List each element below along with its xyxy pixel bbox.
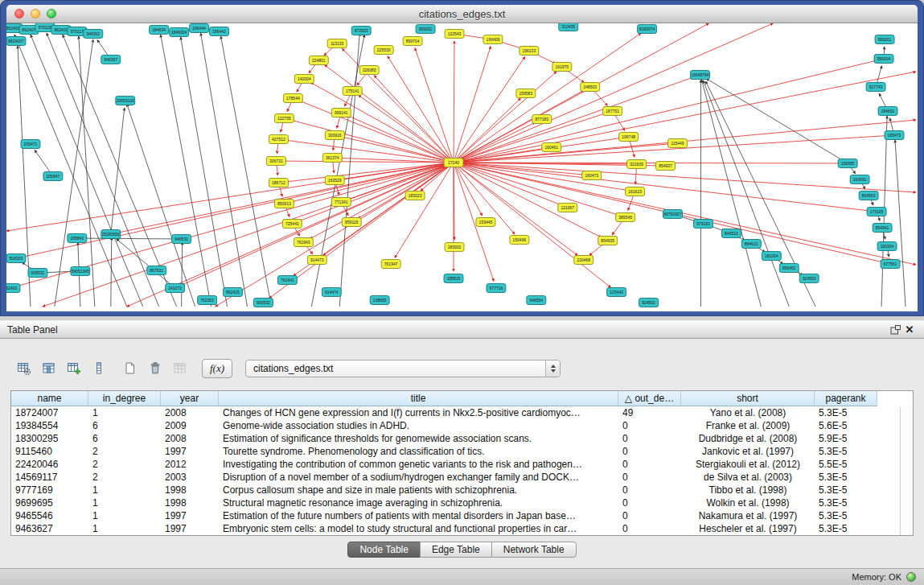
tab-edge-table[interactable]: Edge Table — [420, 542, 492, 558]
graph-node[interactable]: 153445 — [476, 218, 495, 227]
graph-node[interactable]: 150496 — [510, 236, 529, 245]
graph-node[interactable]: 761947 — [381, 260, 400, 269]
close-window-button[interactable] — [14, 9, 24, 19]
column-header-year[interactable]: year — [161, 391, 219, 406]
table-row[interactable]: 977716911998Corpus callosum shape and si… — [11, 484, 913, 496]
graph-node[interactable]: 17240 — [444, 159, 463, 167]
graph-node[interactable]: 122543 — [445, 30, 464, 39]
column-header-out_de[interactable]: △ out_de… — [618, 391, 681, 406]
graph-node[interactable]: 946554 — [527, 296, 546, 305]
graph-node[interactable]: 862403 — [6, 284, 20, 293]
graph-node[interactable]: 8183074 — [638, 25, 657, 34]
graph-node[interactable]: 165473 — [885, 131, 904, 140]
graph-node[interactable]: 113133 — [327, 39, 347, 48]
column-header-name[interactable]: name — [11, 391, 88, 406]
graph-node[interactable]: 178544 — [283, 94, 302, 103]
function-builder-button[interactable]: f(x) — [202, 359, 232, 378]
memory-indicator-icon[interactable] — [906, 572, 916, 582]
graph-node[interactable]: 225530 — [374, 46, 393, 55]
graph-node[interactable]: 869452 — [779, 264, 799, 273]
graph-node[interactable]: 138655 — [370, 296, 389, 305]
graph-node[interactable]: 762363 — [198, 296, 217, 305]
graph-node[interactable]: 66791907 — [663, 210, 683, 219]
graph-node[interactable]: 196442 — [210, 27, 229, 36]
graph-node[interactable]: 142004 — [294, 75, 314, 84]
graph-node[interactable]: 979193 — [693, 220, 713, 229]
graph-node[interactable]: 160461 — [542, 143, 561, 152]
table-mode-icon[interactable] — [13, 359, 35, 378]
graph-node[interactable]: 186712 — [269, 179, 288, 187]
graph-node[interactable]: 106748 — [619, 133, 639, 142]
table-row[interactable]: 1872400712008Changes of HCN gene express… — [11, 406, 913, 419]
graph-node[interactable]: 899704 — [403, 37, 422, 46]
table-row[interactable]: 946554611997Estimation of the future num… — [11, 509, 913, 522]
table-row[interactable]: 2242004622012Investigating the contribut… — [11, 458, 913, 471]
graph-node[interactable]: 184631 — [878, 107, 897, 116]
column-header-pagerank[interactable]: pagerank — [815, 391, 877, 406]
delete-columns-icon[interactable] — [144, 359, 166, 378]
column-header-title[interactable]: title — [219, 391, 618, 406]
graph-node[interactable]: 361374 — [322, 154, 342, 163]
graph-node[interactable]: 854941 — [873, 224, 892, 233]
graph-node[interactable]: 173105 — [867, 208, 886, 216]
graph-node[interactable]: 175141 — [343, 87, 362, 96]
network-view[interactable]: 1131332248011420041785441227554275123067… — [6, 23, 918, 311]
graph-node[interactable]: 900532 — [253, 299, 273, 307]
tab-node-table[interactable]: Node Table — [347, 542, 421, 558]
graph-node[interactable]: 187751 — [603, 107, 622, 116]
graph-node[interactable]: 122755 — [274, 114, 294, 123]
graph-node[interactable]: 161623 — [626, 187, 645, 196]
table-selector-dropdown[interactable]: citations_edges.txt — [245, 360, 561, 377]
graph-node[interactable]: 862415 — [224, 288, 243, 297]
graph-node[interactable]: 946367 — [101, 56, 121, 64]
column-header-short[interactable]: short — [681, 391, 815, 406]
close-panel-icon[interactable]: ✕ — [902, 323, 917, 336]
column-header-in_degree[interactable]: in_degree — [88, 391, 161, 406]
graph-node[interactable]: 166409 — [483, 35, 503, 44]
graph-node[interactable]: 183002 — [445, 243, 464, 252]
graph-node[interactable]: 16648794 — [690, 71, 709, 80]
graph-node[interactable]: 159583 — [516, 89, 536, 98]
graph-node[interactable]: 306731 — [266, 157, 285, 166]
graph-node[interactable]: 905531 — [28, 269, 47, 278]
graph-node[interactable]: 100304 — [877, 242, 897, 251]
graph-node[interactable]: 220468 — [574, 256, 593, 265]
graph-node[interactable]: 121067 — [558, 204, 577, 212]
graph-node[interactable]: 205847 — [43, 172, 63, 181]
graph-node[interactable]: 914474 — [322, 288, 341, 297]
graph-node[interactable]: 160473 — [582, 171, 602, 180]
tab-network-table[interactable]: Network Table — [491, 542, 577, 558]
graph-node[interactable]: 864563 — [859, 192, 878, 200]
float-panel-icon[interactable] — [888, 323, 902, 336]
graph-node[interactable]: 959204 — [874, 55, 893, 64]
graph-node[interactable]: 924502 — [639, 299, 659, 307]
minimize-window-button[interactable] — [31, 9, 40, 19]
table-row[interactable]: 911546021997Tourette syndrome. Phenomeno… — [11, 445, 913, 458]
graph-node[interactable]: 872503 — [351, 27, 371, 35]
zoom-window-button[interactable] — [47, 9, 56, 19]
graph-node[interactable]: 977716 — [487, 284, 506, 293]
graph-node[interactable]: 946531 — [172, 235, 191, 244]
graph-node[interactable]: 927743 — [866, 83, 885, 92]
graph-node[interactable]: 389545 — [616, 213, 635, 222]
graph-node[interactable]: 846513 — [721, 229, 741, 238]
graph-node[interactable]: 854935 — [598, 237, 618, 245]
graph-node[interactable]: 196444 — [190, 24, 209, 33]
graph-node[interactable]: 185815 — [444, 274, 463, 283]
graph-node[interactable]: 850913 — [274, 200, 294, 208]
table-row[interactable]: 1938455462009Genome-wide association stu… — [11, 419, 913, 432]
graph-node[interactable]: 677561 — [881, 260, 900, 269]
graph-node[interactable]: 999141 — [331, 109, 351, 117]
graph-node[interactable]: 8624007 — [6, 37, 26, 46]
graph-node[interactable]: 321605 — [627, 160, 647, 169]
window-titlebar[interactable]: citations_edges.txt — [6, 5, 918, 23]
graph-node[interactable]: 959201 — [875, 35, 894, 44]
graph-node[interactable]: 924503 — [799, 274, 819, 283]
graph-node[interactable]: 725441 — [282, 220, 302, 229]
row-icon[interactable] — [88, 359, 110, 378]
graph-node[interactable]: 771341 — [331, 198, 351, 207]
graph-node[interactable]: 241072 — [166, 284, 185, 293]
graph-node[interactable]: 25260650 — [101, 230, 121, 239]
graph-node[interactable]: 205843 — [68, 234, 87, 243]
new-file-icon[interactable] — [119, 359, 142, 378]
